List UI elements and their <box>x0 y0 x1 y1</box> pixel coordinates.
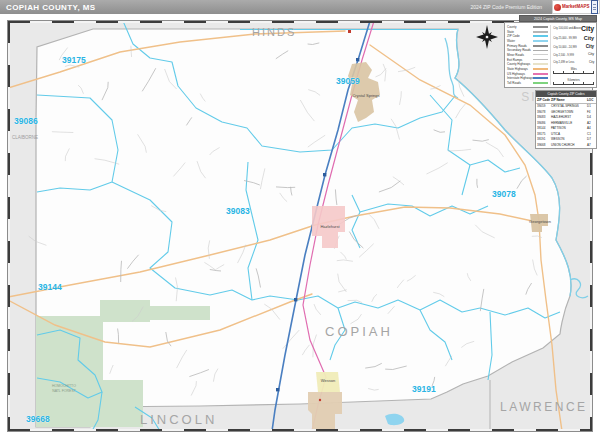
legend-line-items: County State ZIP Code Water Primary Road… <box>507 25 548 85</box>
svg-text:LAWRENCE: LAWRENCE <box>500 400 588 414</box>
swatch-secondary <box>533 50 548 51</box>
edition-label: 2024 ZIP Code Premium Edition <box>470 4 542 10</box>
swatch-zip <box>533 35 548 37</box>
town-marker-wesson <box>319 399 321 401</box>
swatch-county-hwy <box>533 63 548 65</box>
zip-code-table: Copiah County ZIP Codes ZIP Code ZIP Nam… <box>535 90 597 149</box>
swatch-water <box>533 40 548 42</box>
swatch-minor <box>533 54 548 55</box>
swatch-toll <box>533 82 548 84</box>
legend-box: County State ZIP Code Water Primary Road… <box>504 22 597 88</box>
svg-text:39083: 39083 <box>226 206 250 216</box>
scale-bar-kilometers: Kilometers <box>553 79 594 85</box>
forest-label: HOMOCHITTO NATL FOREST <box>52 384 77 393</box>
swatch-primary <box>533 45 548 47</box>
svg-text:39668: 39668 <box>26 414 50 424</box>
swatch-state-hwy <box>533 68 548 70</box>
svg-text:HINDS: HINDS <box>252 26 296 38</box>
swatch-state <box>533 31 548 33</box>
publisher-info-box <box>591 0 598 14</box>
svg-text:39191: 39191 <box>412 384 436 394</box>
svg-text:HOMOCHITTO: HOMOCHITTO <box>52 384 76 388</box>
swatch-us-hwy <box>533 73 548 75</box>
publisher-logo: MarketMAPS <box>552 0 600 14</box>
title-bar: COPIAH COUNTY, MS 2024 ZIP Code Premium … <box>0 0 600 14</box>
svg-text:Wesson: Wesson <box>321 378 335 383</box>
svg-text:39175: 39175 <box>62 55 86 65</box>
town-marker-north <box>348 30 351 33</box>
svg-text:LINCOLN: LINCOLN <box>140 412 217 427</box>
svg-text:39086: 39086 <box>14 116 38 126</box>
swatch-interstate <box>533 77 548 79</box>
brand-name: MarketMAPS <box>562 5 590 10</box>
swatch-ramps <box>533 59 548 60</box>
svg-text:39078: 39078 <box>492 189 516 199</box>
legend-title-bar: 2024 Copiah County, MS Map <box>519 15 597 22</box>
globe-icon <box>554 4 561 11</box>
legend-city-sizes: City 100,000 and AboveCity City 25,000 -… <box>550 25 594 85</box>
svg-text:Hazlehurst: Hazlehurst <box>320 224 340 229</box>
svg-text:39144: 39144 <box>38 282 62 292</box>
svg-text:39059: 39059 <box>336 76 360 86</box>
scale-bar-miles: Miles <box>553 68 594 74</box>
ruler-bottom <box>8 429 592 431</box>
svg-text:CLAIBORNE: CLAIBORNE <box>12 135 38 140</box>
map-title: COPIAH COUNTY, MS <box>6 3 95 12</box>
table-row: 39668 <box>536 142 550 148</box>
ruler-left <box>8 21 10 431</box>
svg-text:COPIAH: COPIAH <box>325 324 393 339</box>
svg-text:Crystal Springs: Crystal Springs <box>352 93 379 98</box>
svg-text:NATL FOREST: NATL FOREST <box>52 389 77 393</box>
svg-text:Georgetown: Georgetown <box>529 219 551 224</box>
swatch-county <box>533 26 548 28</box>
